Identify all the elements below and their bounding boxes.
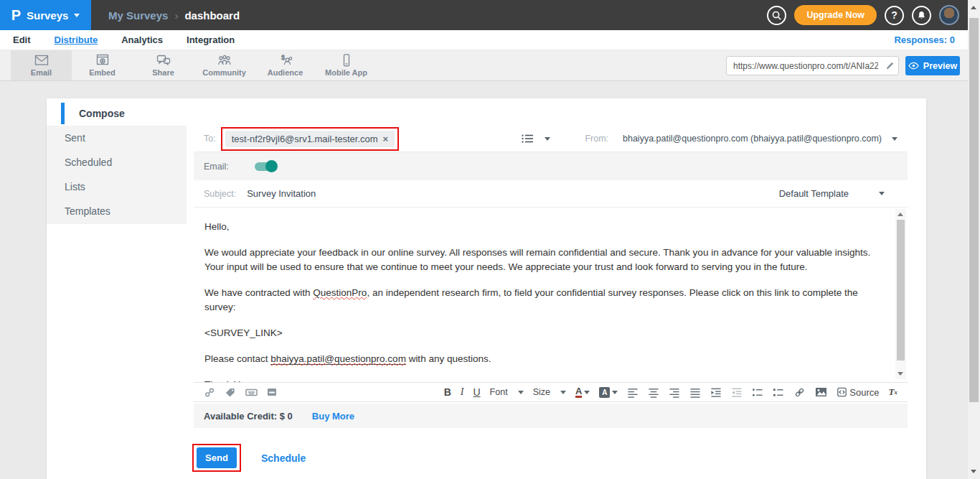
body-paragraph-4: Please contact bhaiyya.patil@questionpro… <box>204 352 883 366</box>
notifications-button[interactable] <box>912 6 931 25</box>
tag-icon[interactable] <box>225 387 236 398</box>
eye-icon <box>908 62 919 70</box>
editor-scrollbar-thumb[interactable] <box>897 220 905 361</box>
body-paragraph-2: We have contracted with QuestionPro, an … <box>204 286 883 315</box>
source-button[interactable]: Source <box>837 387 879 398</box>
sidebar: Sent Scheduled Lists Templates <box>47 126 187 224</box>
numbered-list-icon[interactable] <box>773 387 784 398</box>
background-color-button[interactable]: A <box>599 387 618 398</box>
page-scroll-down-icon[interactable] <box>971 470 976 473</box>
indent-icon[interactable] <box>710 387 722 398</box>
sidebar-item-templates[interactable]: Templates <box>47 199 187 223</box>
source-icon <box>837 387 847 397</box>
contact-email-link[interactable]: bhaiyya.patil@questionpro.com <box>270 353 406 365</box>
subject-label: Subject: <box>204 189 236 199</box>
channel-mobile-app[interactable]: Mobile App <box>316 50 377 80</box>
bell-icon <box>917 11 926 20</box>
compose-form: To: test-nf2r9vjl6@srv1.mail-tester.com … <box>194 126 908 479</box>
body-paragraph-1: We would appreciate your feedback in our… <box>204 246 883 274</box>
buy-more-link[interactable]: Buy More <box>312 411 354 422</box>
channel-audience[interactable]: $ Audience <box>255 50 316 80</box>
underline-button[interactable]: U <box>473 386 480 398</box>
recipient-chip[interactable]: test-nf2r9vjl6@srv1.mail-tester.com × <box>225 131 395 147</box>
bulleted-list-icon[interactable] <box>752 387 763 398</box>
template-select[interactable]: Default Template <box>779 188 885 199</box>
subject-value[interactable]: Survey Invitation <box>247 188 316 199</box>
mobile-app-icon <box>339 54 354 67</box>
send-button[interactable]: Send <box>197 447 237 468</box>
bold-button[interactable]: B <box>444 386 451 398</box>
channel-share[interactable]: Share <box>133 50 194 80</box>
outdent-icon[interactable] <box>731 387 743 398</box>
from-label: From: <box>585 134 608 144</box>
help-button[interactable]: ? <box>885 6 904 25</box>
tab-integration[interactable]: Integration <box>187 34 235 45</box>
breadcrumb-my-surveys[interactable]: My Surveys <box>108 9 168 22</box>
active-indicator <box>61 103 65 124</box>
annotation-box-to-chip: test-nf2r9vjl6@srv1.mail-tester.com × <box>221 127 400 151</box>
survey-tabbar: Edit Distribute Analytics Integration Re… <box>0 30 968 50</box>
list-icon <box>522 134 534 144</box>
body-survey-link-placeholder: <SURVEY_LINK> <box>204 326 883 340</box>
keyboard-icon[interactable] <box>245 388 258 397</box>
footer-message-icon[interactable] <box>267 388 277 396</box>
survey-link-icon[interactable] <box>204 387 215 398</box>
channel-community[interactable]: Community <box>194 50 255 80</box>
tab-distribute[interactable]: Distribute <box>55 34 98 45</box>
preview-button[interactable]: Preview <box>905 56 960 75</box>
form-actions: Send Schedule <box>187 444 908 472</box>
body-closing: Thank You <box>204 378 883 382</box>
align-justify-icon[interactable] <box>689 387 701 398</box>
editor-scrollbar[interactable] <box>895 209 906 379</box>
select-list-button[interactable] <box>522 134 534 144</box>
page-scrollbar[interactable] <box>968 0 980 479</box>
email-toggle[interactable] <box>255 162 276 171</box>
italic-button[interactable]: I <box>461 386 464 398</box>
edit-url-button[interactable] <box>881 57 898 75</box>
channel-embed[interactable]: Embed <box>72 50 133 80</box>
insert-image-icon[interactable] <box>815 387 827 397</box>
size-dropdown[interactable]: Size <box>533 387 566 397</box>
remove-format-button[interactable]: Tx <box>889 386 897 398</box>
insert-link-icon[interactable] <box>793 387 806 398</box>
from-address[interactable]: bhaiyya.patil@questionpro.com (bhaiyya.p… <box>623 134 882 144</box>
sidebar-item-lists[interactable]: Lists <box>47 175 187 199</box>
remove-recipient-icon[interactable]: × <box>383 134 389 144</box>
embed-icon <box>95 54 110 67</box>
page-scroll-up-icon[interactable] <box>971 6 976 9</box>
surveys-menu-label: Surveys <box>27 9 68 22</box>
to-label: To: <box>204 134 216 144</box>
list-dropdown-chevron-icon[interactable] <box>545 137 550 141</box>
community-icon <box>217 54 232 67</box>
upgrade-now-button[interactable]: Upgrade Now <box>794 5 877 25</box>
breadcrumb: My Surveys › dashboard <box>108 9 240 22</box>
tab-edit[interactable]: Edit <box>13 34 31 45</box>
tab-analytics[interactable]: Analytics <box>121 34 163 45</box>
available-credit-label: Available Credit: $ 0 <box>204 411 293 422</box>
survey-url-box <box>726 56 899 75</box>
from-dropdown-chevron-icon[interactable] <box>892 137 897 141</box>
align-right-icon[interactable] <box>669 387 680 398</box>
schedule-link[interactable]: Schedule <box>261 452 306 464</box>
align-left-icon[interactable] <box>627 387 639 398</box>
align-center-icon[interactable] <box>648 387 659 398</box>
annotation-box-send: Send <box>192 444 241 472</box>
responses-count[interactable]: Responses: 0 <box>894 34 955 45</box>
sidebar-item-compose[interactable]: Compose <box>47 103 187 124</box>
user-avatar[interactable] <box>939 5 959 25</box>
font-dropdown[interactable]: Font <box>490 387 524 397</box>
search-button[interactable] <box>767 6 786 25</box>
sidebar-compose-label: Compose <box>79 108 125 119</box>
scroll-down-icon[interactable] <box>897 372 903 376</box>
sidebar-item-sent[interactable]: Sent <box>47 126 187 150</box>
email-body-editor[interactable]: Hello, We would appreciate your feedback… <box>194 208 908 382</box>
surveys-menu[interactable]: P Surveys <box>0 0 91 30</box>
page-scrollbar-thumb[interactable] <box>969 18 979 402</box>
channel-email[interactable]: Email <box>11 50 72 80</box>
scroll-up-icon[interactable] <box>897 213 903 216</box>
survey-url-input[interactable] <box>727 61 881 71</box>
channel-share-label: Share <box>152 68 174 77</box>
header-actions: Upgrade Now ? <box>767 5 968 25</box>
sidebar-item-scheduled[interactable]: Scheduled <box>47 150 187 175</box>
text-color-button[interactable]: A <box>575 386 590 398</box>
